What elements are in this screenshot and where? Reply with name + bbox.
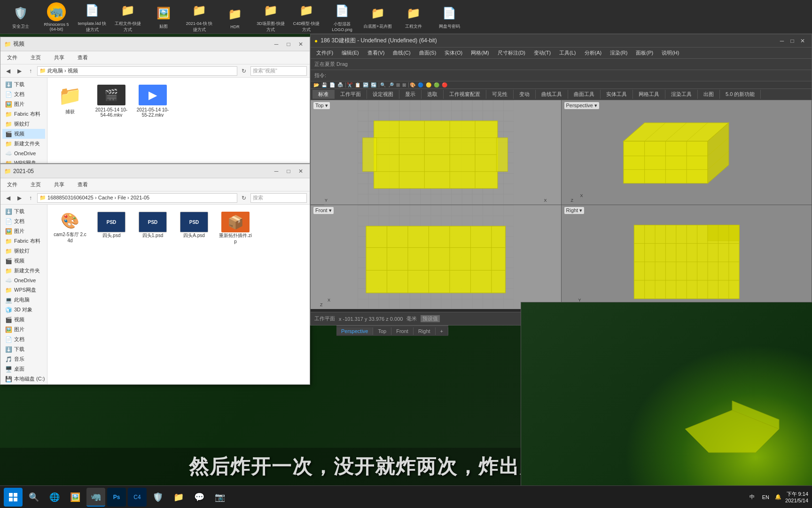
forward-btn-1[interactable]: ▶	[15, 66, 24, 76]
tab-display[interactable]: 显示	[399, 90, 422, 99]
tab-file-1[interactable]: 文件	[3, 53, 21, 62]
rhino-minimize[interactable]: ─	[777, 36, 787, 46]
tab-render-tools[interactable]: 渲染工具	[665, 90, 698, 99]
tab-view-1[interactable]: 查看	[74, 53, 92, 62]
tab-home-1[interactable]: 主页	[27, 53, 45, 62]
weixin-btn[interactable]: 💬	[190, 488, 209, 507]
tree2-onedrive[interactable]: ☁️OneDrive	[2, 276, 45, 285]
search-box-2[interactable]: 搜索	[250, 193, 307, 203]
tab-curve-tools[interactable]: 曲线工具	[536, 90, 568, 99]
back-btn-2[interactable]: ◀	[3, 193, 13, 203]
rhino-tb-btn[interactable]: 🦏	[86, 488, 105, 507]
tree-fabric-1[interactable]: 📁Fabric 布料	[2, 109, 45, 119]
photo-btn[interactable]: 🖼️	[66, 488, 85, 507]
start-button[interactable]	[4, 488, 23, 507]
browser-btn[interactable]: 🌐	[45, 488, 64, 507]
back-btn-1[interactable]: ◀	[3, 66, 13, 76]
vp-tab-right[interactable]: Right	[414, 327, 436, 335]
tree2-mosquito[interactable]: 📁驱蚊灯	[2, 246, 45, 256]
file-zip[interactable]: 📦 重新拓扑插件.zip	[217, 208, 254, 247]
file-video1[interactable]: 🎬 2021-05-14 10-54-46.mkv	[93, 81, 130, 121]
desktop-icon-c4d[interactable]: 📁 C4D模型-快捷方式	[289, 0, 323, 35]
tab-new-features[interactable]: 5.0 的新功能	[720, 90, 761, 99]
security-tb-btn[interactable]: 🛡️	[148, 488, 167, 507]
menu-help[interactable]: 说明(H)	[658, 48, 683, 57]
menu-tools[interactable]: 工具(L)	[555, 48, 579, 57]
tab-print[interactable]: 出图	[698, 90, 720, 99]
file-psd3[interactable]: PSD 四头A.psd	[175, 208, 213, 247]
forward-btn-2[interactable]: ▶	[15, 193, 24, 203]
tab-select[interactable]: 选取	[422, 90, 444, 99]
tree2-pics2[interactable]: 🖼️图片	[2, 325, 45, 334]
menu-analysis[interactable]: 分析(A)	[581, 48, 606, 57]
tab-home-2[interactable]: 主页	[27, 180, 45, 189]
desktop-icon-hdr[interactable]: 📁 HDR	[218, 3, 252, 31]
tree-download-1[interactable]: ⬇️下载	[2, 79, 45, 89]
tree2-video2[interactable]: 🎬视频	[2, 315, 45, 325]
desktop-icon-netdisk[interactable]: 📄 网盘号密码	[432, 2, 466, 32]
refresh-btn-2[interactable]: ↻	[239, 193, 249, 203]
tree2-fabric[interactable]: 📁Fabric 布料	[2, 236, 45, 246]
tree-docs-1[interactable]: 📄文档	[2, 89, 45, 99]
refresh-btn-1[interactable]: ↻	[239, 66, 249, 76]
menu-file[interactable]: 文件(F)	[312, 48, 337, 57]
close-btn-1[interactable]: ✕	[296, 39, 306, 49]
tree2-docs2[interactable]: 📄文档	[2, 334, 45, 344]
vp-tab-top[interactable]: Top	[373, 327, 391, 335]
viewport-label-perspective[interactable]: Perspective ▾	[564, 102, 600, 109]
menu-transform[interactable]: 变动(T)	[530, 48, 554, 57]
file-capture[interactable]: 📁 捕获	[51, 81, 89, 121]
tree2-thispc[interactable]: 💻此电脑	[2, 295, 45, 305]
tree2-diskd[interactable]: 💾新卷 (D:)	[2, 384, 45, 384]
file-cam[interactable]: 🎨 cam2-5客厅 2.c4d	[51, 208, 89, 247]
viewport-perspective[interactable]: Perspective ▾	[562, 100, 812, 205]
tree2-desktop[interactable]: 🖥️桌面	[2, 364, 45, 374]
tab-solid-tools[interactable]: 实体工具	[601, 90, 633, 99]
tab-visibility[interactable]: 可见性	[486, 90, 514, 99]
viewport-label-front[interactable]: Front ▾	[313, 207, 334, 214]
tab-transform[interactable]: 变动	[514, 90, 536, 99]
minimize-btn-2[interactable]: ─	[271, 166, 281, 176]
tab-share-1[interactable]: 共享	[50, 53, 68, 62]
desktop-icon-3dscene[interactable]: 📁 3D场景图-快捷方式	[254, 0, 288, 35]
menu-panel[interactable]: 面板(P)	[632, 48, 657, 57]
tree2-music[interactable]: 🎵音乐	[2, 354, 45, 364]
tab-standard[interactable]: 标准	[312, 90, 335, 99]
up-btn-2[interactable]: ↑	[26, 193, 35, 203]
menu-surface[interactable]: 曲面(S)	[415, 48, 440, 57]
viewport-front[interactable]: Front ▾	[311, 205, 561, 310]
desktop-icon-picbed[interactable]: 🖼️ 贴图	[147, 2, 180, 32]
up-btn-1[interactable]: ↑	[26, 66, 35, 76]
tab-view-2[interactable]: 查看	[74, 180, 92, 189]
tab-workplane[interactable]: 工作平面	[335, 90, 367, 99]
tree2-pics[interactable]: 🖼️图片	[2, 226, 45, 236]
address-box-1[interactable]: 📁 此电脑 › 视频	[37, 66, 237, 76]
menu-edit[interactable]: 编辑(E)	[338, 48, 363, 57]
tree2-video[interactable]: 🎬视频	[2, 256, 45, 266]
clock[interactable]: 下午 9:14 2021/5/14	[785, 491, 808, 503]
tree2-docs[interactable]: 📄文档	[2, 216, 45, 226]
vp-tab-front[interactable]: Front	[391, 327, 414, 335]
desktop-icon-security[interactable]: 🛡️ 安全卫士	[4, 2, 38, 32]
desktop-icon-rhino[interactable]: 🦏 Rhinoceros 5 (64-bit)	[39, 0, 73, 33]
menu-render[interactable]: 渲染(R)	[606, 48, 631, 57]
tree2-3d[interactable]: 🧊3D 对象	[2, 305, 45, 315]
file-psd1[interactable]: PSD 四头.psd	[93, 208, 130, 247]
tab-file-2[interactable]: 文件	[3, 180, 21, 189]
tree-pics-1[interactable]: 🖼️图片	[2, 99, 45, 109]
tab-viewport-config[interactable]: 工作视窗配置	[444, 90, 486, 99]
camera-btn[interactable]: 📷	[211, 488, 229, 507]
tree-video-1[interactable]: 🎬视频	[2, 129, 45, 139]
tree2-download[interactable]: ⬇️下载	[2, 206, 45, 216]
tree2-wps[interactable]: 📁WPS网盘	[2, 285, 45, 295]
address-box-2[interactable]: 📁 1688850316060425 › Cache › File › 2021…	[37, 193, 237, 203]
viewport-label-top[interactable]: Top ▾	[313, 102, 330, 109]
input-method[interactable]: 中	[748, 493, 757, 500]
menu-curve[interactable]: 曲线(C)	[389, 48, 414, 57]
tab-surface-tools[interactable]: 曲面工具	[568, 90, 601, 99]
viewport-label-right[interactable]: Right ▾	[564, 207, 585, 214]
tree2-newfolder[interactable]: 📁新建文件夹	[2, 266, 45, 276]
desktop-icon-template[interactable]: 📄 template.l4d 快捷方式	[75, 0, 109, 35]
close-btn-2[interactable]: ✕	[296, 166, 306, 176]
menu-mesh[interactable]: 网格(M)	[467, 48, 493, 57]
